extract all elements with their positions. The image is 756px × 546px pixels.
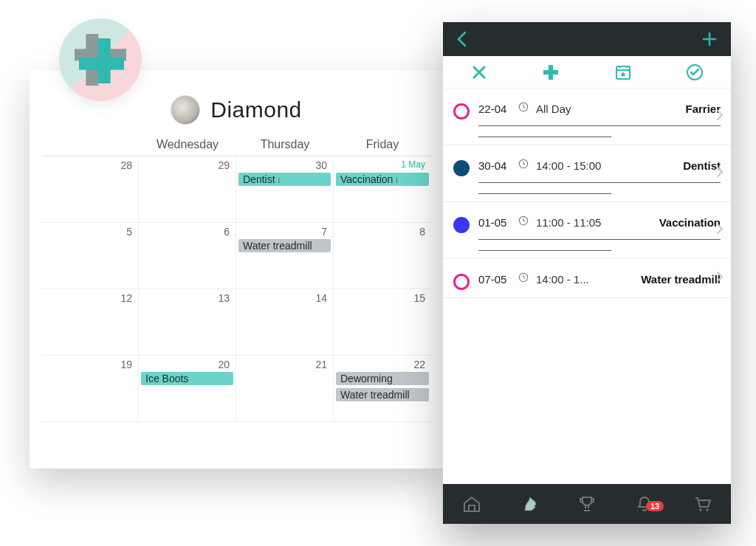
calendar-weekday-header: Wednesday Thursday Friday: [41, 138, 431, 156]
day-number: 1 May: [401, 159, 425, 170]
note-line: [478, 250, 611, 251]
appointment-time: 14:00 - 1...: [536, 273, 633, 286]
medical-cross-icon: [75, 34, 126, 86]
appointment-title: Vaccination: [659, 216, 721, 229]
appointment-time: 11:00 - 11:05: [536, 216, 652, 229]
nav-trophy[interactable]: [577, 494, 597, 514]
day-number: 5: [126, 226, 132, 238]
calendar-cell[interactable]: 20Ice Boots: [139, 356, 236, 422]
medical-cross-icon: [542, 63, 560, 81]
weekday-col-blank: [41, 138, 139, 151]
calendar-event[interactable]: Ice Boots: [141, 372, 233, 385]
appointment-item[interactable]: 01-0511:00 - 11:05Vaccination: [443, 202, 731, 259]
trophy-icon: [577, 494, 597, 514]
tab-medical[interactable]: [515, 56, 588, 88]
horse-head-icon: [519, 494, 540, 514]
day-number: 12: [120, 292, 132, 304]
back-button[interactable]: [456, 31, 467, 47]
note-line: [478, 136, 611, 137]
calendar-cell[interactable]: 15: [334, 289, 431, 356]
appointment-item[interactable]: 07-0514:00 - 1...Water treadmill: [443, 259, 731, 298]
nav-cart[interactable]: [692, 494, 712, 514]
calendar-cell[interactable]: 7Water treadmill: [236, 223, 334, 289]
appointment-time: 14:00 - 15:00: [536, 159, 676, 172]
note-line: [478, 125, 721, 126]
day-number: 7: [321, 226, 327, 238]
appointment-list: 22-04All DayFarrier30-0414:00 - 15:00Den…: [443, 89, 731, 484]
weekday-col-wed: Wednesday: [139, 138, 236, 151]
calendar-cell[interactable]: 28: [41, 156, 139, 223]
mobile-bottom-nav: 13: [443, 484, 731, 524]
horse-avatar[interactable]: [171, 95, 200, 125]
tab-done[interactable]: [659, 56, 732, 88]
calendar-panel: Diamond Wednesday Thursday Friday 282930…: [30, 70, 443, 469]
notification-badge: 13: [646, 501, 664, 511]
barn-icon: [462, 494, 481, 514]
calendar-cell[interactable]: 8: [334, 223, 431, 289]
mobile-panel: 22-04All DayFarrier30-0414:00 - 15:00Den…: [443, 22, 731, 524]
calendar-cell[interactable]: 1 MayVaccinationi: [334, 156, 431, 223]
chevron-right-icon: [716, 223, 724, 238]
appointment-body: 30-0414:00 - 15:00Dentist: [478, 159, 721, 194]
clock-icon: [518, 102, 529, 115]
calendar-cell[interactable]: 5: [41, 223, 139, 289]
appointment-date: 22-04: [478, 103, 511, 115]
cart-icon: [693, 494, 712, 514]
appointment-item[interactable]: 22-04All DayFarrier: [443, 89, 731, 145]
mobile-topbar: [443, 22, 731, 56]
appointment-time: All Day: [536, 103, 678, 115]
appointment-date: 01-05: [478, 216, 511, 229]
calendar-grid: 282930Dentisti1 MayVaccinationi567Water …: [41, 156, 431, 422]
day-number: 30: [315, 159, 327, 171]
tab-close[interactable]: [443, 56, 515, 88]
svg-point-9: [706, 508, 709, 511]
note-line: [478, 239, 721, 240]
appointment-body: 07-0514:00 - 1...Water treadmill: [478, 272, 721, 286]
calendar-cell[interactable]: 29: [139, 156, 236, 223]
status-bullet: [453, 160, 470, 176]
calendar-cell[interactable]: 6: [139, 223, 236, 289]
calendar-cell[interactable]: 14: [236, 289, 334, 356]
day-number: 6: [224, 226, 230, 238]
calendar-cell[interactable]: 13: [139, 289, 236, 356]
calendar-cell[interactable]: 30Dentisti: [236, 156, 334, 223]
calendar-cell[interactable]: 22DewormingWater treadmill: [334, 356, 431, 422]
calendar-event[interactable]: Deworming: [336, 372, 429, 385]
chevron-right-icon: [716, 109, 724, 124]
day-number: 22: [413, 359, 425, 370]
calendar-event[interactable]: Dentisti: [238, 173, 331, 186]
medical-logo-badge: [59, 18, 142, 101]
calendar-cell[interactable]: 19: [41, 356, 139, 422]
calendar-cell[interactable]: 21: [236, 356, 334, 422]
calendar-event[interactable]: Vaccinationi: [336, 173, 429, 186]
nav-horse[interactable]: [519, 494, 540, 514]
info-icon: i: [278, 176, 280, 184]
mobile-tab-bar: [443, 56, 731, 89]
calendar-event[interactable]: Water treadmill: [336, 388, 429, 401]
appointment-title: Dentist: [683, 159, 721, 172]
chevron-right-icon: [716, 271, 724, 286]
status-bullet: [453, 103, 470, 120]
note-line: [478, 182, 721, 183]
calendar-cell[interactable]: 12: [41, 289, 139, 356]
checkmark-circle-icon: [686, 63, 704, 81]
status-bullet: [453, 274, 470, 290]
note-line: [478, 193, 611, 194]
day-number: 13: [218, 292, 230, 304]
nav-barn[interactable]: [461, 494, 482, 514]
appointment-item[interactable]: 30-0414:00 - 15:00Dentist: [443, 145, 731, 202]
clock-icon: [518, 159, 529, 172]
svg-point-8: [699, 508, 702, 511]
horse-name: Diamond: [210, 97, 302, 122]
day-number: 29: [218, 159, 230, 171]
day-number: 28: [120, 159, 132, 171]
day-number: 21: [315, 359, 327, 370]
nav-notifications[interactable]: 13: [634, 494, 655, 514]
tab-calendar[interactable]: [587, 56, 659, 88]
add-button[interactable]: [701, 31, 718, 47]
appointment-title: Farrier: [685, 103, 721, 115]
x-icon: [471, 64, 487, 80]
appointment-date: 07-05: [478, 273, 511, 286]
calendar-event[interactable]: Water treadmill: [238, 239, 331, 252]
weekday-col-fri: Friday: [334, 138, 431, 151]
